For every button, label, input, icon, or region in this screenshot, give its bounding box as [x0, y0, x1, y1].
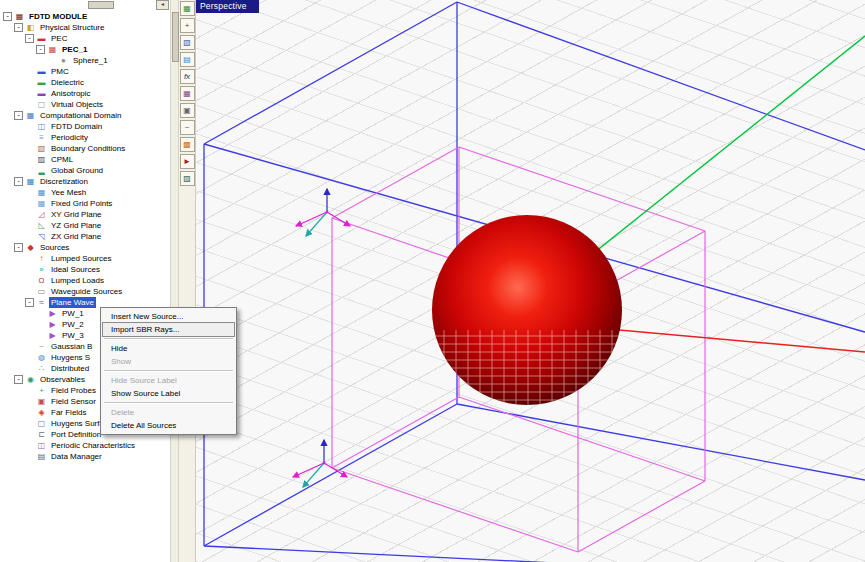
tree-item-label[interactable]: Yee Mesh [49, 187, 88, 198]
tree-item-label[interactable]: Port Definition [49, 429, 103, 440]
expander-minus-icon[interactable]: - [14, 243, 23, 252]
tree-item-label[interactable]: PMC [49, 66, 71, 77]
tree-horizontal-scrollbar[interactable]: ◄ [0, 0, 170, 9]
tree-item-label[interactable]: Ideal Sources [49, 264, 102, 275]
tree-item-label[interactable]: Virtual Objects [49, 99, 105, 110]
tree-item-global-ground[interactable]: ▂Global Ground [0, 165, 170, 176]
expander-minus-icon[interactable]: - [3, 12, 12, 21]
tree-item-label[interactable]: Periodicity [49, 132, 90, 143]
import-sbr-rays-menu-item[interactable]: Import SBR Rays... [103, 323, 234, 336]
expander-minus-icon[interactable]: - [14, 23, 23, 32]
tree-item-fdtd-domain[interactable]: ◫FDTD Domain [0, 121, 170, 132]
tree-item-label[interactable]: Far Fields [49, 407, 89, 418]
tree-item-pec[interactable]: -▬PEC [0, 33, 170, 44]
tree-item-label[interactable]: Sphere_1 [71, 55, 110, 66]
tree-item-label[interactable]: ZX Grid Plane [49, 231, 103, 242]
tree-item-computational-domain[interactable]: -▦Computational Domain [0, 110, 170, 121]
pec-sphere-object[interactable] [432, 215, 622, 405]
tree-item-label[interactable]: Data Manager [49, 451, 104, 462]
tree-item-label[interactable]: Field Sensor [49, 396, 98, 407]
tree-item-physical-structure[interactable]: -◧Physical Structure [0, 22, 170, 33]
tree-item-yz-grid-plane[interactable]: ◺YZ Grid Plane [0, 220, 170, 231]
expander-minus-icon[interactable]: - [14, 375, 23, 384]
tree-item-boundary-conditions[interactable]: ▧Boundary Conditions [0, 143, 170, 154]
expander-minus-icon[interactable]: - [14, 177, 23, 186]
tree-item-fdtd-module[interactable]: -▦FDTD MODULE [0, 11, 170, 22]
expander-minus-icon[interactable]: - [25, 34, 34, 43]
expander-minus-icon[interactable]: - [36, 45, 45, 54]
tree-item-label[interactable]: FDTD MODULE [27, 11, 89, 22]
function-button[interactable]: fx [180, 69, 195, 84]
tree-item-label[interactable]: Anisotropic [49, 88, 93, 99]
tree-item-label[interactable]: Gaussian B [49, 341, 94, 352]
hscroll-thumb[interactable] [88, 1, 114, 9]
show-source-label-menu-item[interactable]: Show Source Label [103, 387, 234, 400]
plot-button[interactable]: ~ [180, 120, 195, 135]
tree-item-label[interactable]: Field Probes [49, 385, 98, 396]
tree-item-label[interactable]: Discretization [38, 176, 90, 187]
tree-item-label[interactable]: Boundary Conditions [49, 143, 127, 154]
tree-item-xy-grid-plane[interactable]: ◿XY Grid Plane [0, 209, 170, 220]
move-tool-button[interactable]: + [180, 18, 195, 33]
tree-item-label[interactable]: Computational Domain [38, 110, 123, 121]
tree-item-label[interactable]: Plane Wave [49, 297, 96, 308]
tree-item-anisotropic[interactable]: ▬Anisotropic [0, 88, 170, 99]
collapse-panel-button[interactable]: ◄ [156, 0, 169, 10]
settings-button[interactable]: ▨ [180, 171, 195, 186]
tree-item-label[interactable]: Distributed [49, 363, 91, 374]
tree-item-zx-grid-plane[interactable]: ◹ZX Grid Plane [0, 231, 170, 242]
tree-item-label[interactable]: PEC [49, 33, 69, 44]
tree-item-waveguide-sources[interactable]: ▭Waveguide Sources [0, 286, 170, 297]
tree-item-label[interactable]: PEC_1 [60, 44, 89, 55]
tree-item-label[interactable]: PW_2 [60, 319, 86, 330]
project-grid-button[interactable]: ▦ [180, 1, 195, 16]
tree-item-label[interactable]: Dielectric [49, 77, 86, 88]
color-palette-button[interactable]: ▩ [180, 137, 195, 152]
tree-item-label[interactable]: Huygens S [49, 352, 92, 363]
tree-item-discretization[interactable]: -▦Discretization [0, 176, 170, 187]
box-tool-button[interactable]: ▧ [180, 35, 195, 50]
hide-menu-item[interactable]: Hide [103, 342, 234, 355]
mesh-view-button[interactable]: ▤ [180, 52, 195, 67]
tree-item-label[interactable]: Fixed Grid Points [49, 198, 114, 209]
tree-item-label[interactable]: Observables [38, 374, 87, 385]
expander-minus-icon[interactable]: - [14, 111, 23, 120]
tree-vertical-scrollbar[interactable] [170, 0, 179, 562]
tree-item-label[interactable]: XY Grid Plane [49, 209, 104, 220]
tree-item-label[interactable]: PW_1 [60, 308, 86, 319]
tree-item-label[interactable]: FDTD Domain [49, 121, 104, 132]
tree-item-pmc[interactable]: ▬PMC [0, 66, 170, 77]
tree-item-periodic-characteristics[interactable]: ◫Periodic Characteristics [0, 440, 170, 451]
tree-item-yee-mesh[interactable]: ▦Yee Mesh [0, 187, 170, 198]
movie-button[interactable]: ► [180, 154, 195, 169]
tree-item-dielectric[interactable]: ▬Dielectric [0, 77, 170, 88]
tree-item-ideal-sources[interactable]: »Ideal Sources [0, 264, 170, 275]
tree-item-data-manager[interactable]: ▤Data Manager [0, 451, 170, 462]
snapshot-button[interactable]: ▣ [180, 103, 195, 118]
tree-item-label[interactable]: Lumped Sources [49, 253, 113, 264]
tree-item-label[interactable]: Lumped Loads [49, 275, 106, 286]
tree-item-lumped-loads[interactable]: ΩLumped Loads [0, 275, 170, 286]
tree-item-label[interactable]: Sources [38, 242, 71, 253]
matrix-button[interactable]: ▦ [180, 86, 195, 101]
tree-item-sphere-1[interactable]: ●Sphere_1 [0, 55, 170, 66]
tree-item-label[interactable]: Physical Structure [38, 22, 106, 33]
tree-item-label[interactable]: PW_3 [60, 330, 86, 341]
tree-item-label[interactable]: Waveguide Sources [49, 286, 124, 297]
expander-minus-icon[interactable]: - [25, 298, 34, 307]
tree-item-label[interactable]: Periodic Characteristics [49, 440, 137, 451]
tree-item-label[interactable]: CPML [49, 154, 75, 165]
tree-item-fixed-grid-points[interactable]: ▦Fixed Grid Points [0, 198, 170, 209]
tree-item-lumped-sources[interactable]: ↑Lumped Sources [0, 253, 170, 264]
insert-new-source-menu-item[interactable]: Insert New Source... [103, 310, 234, 323]
tree-item-periodicity[interactable]: ≡Periodicity [0, 132, 170, 143]
tree-item-label[interactable]: YZ Grid Plane [49, 220, 103, 231]
tree-item-pec-1[interactable]: -▦PEC_1 [0, 44, 170, 55]
tree-item-virtual-objects[interactable]: ▢Virtual Objects [0, 99, 170, 110]
vscroll-thumb[interactable] [172, 12, 179, 62]
viewport-3d[interactable]: Perspective [196, 0, 865, 562]
tree-item-sources[interactable]: -◆Sources [0, 242, 170, 253]
tree-item-label[interactable]: Global Ground [49, 165, 105, 176]
delete-all-sources-menu-item[interactable]: Delete All Sources [103, 419, 234, 432]
tree-item-cpml[interactable]: ▨CPML [0, 154, 170, 165]
